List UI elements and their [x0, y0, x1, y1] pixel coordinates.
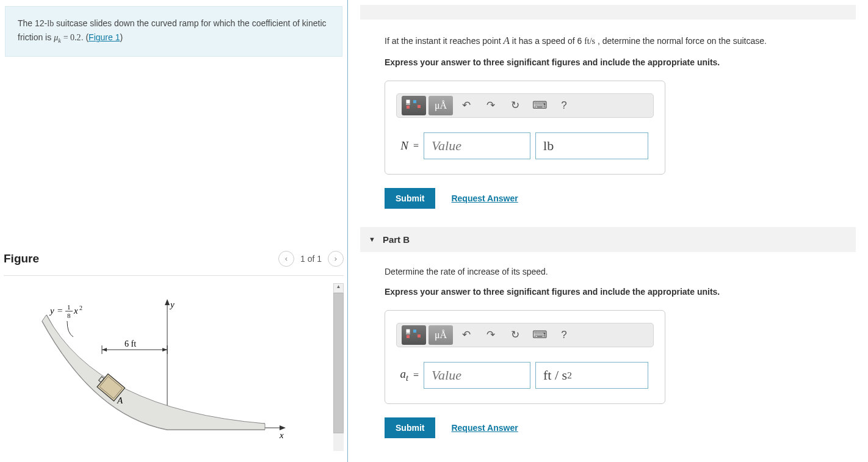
- part-b-answer-panel: μÅ ↶ ↷ ↻ ⌨ ? at = ft / s2: [385, 310, 665, 404]
- part-a-submit-button[interactable]: Submit: [385, 188, 435, 209]
- part-b-request-answer-link[interactable]: Request Answer: [451, 423, 518, 433]
- svg-rect-32: [418, 334, 421, 337]
- scroll-up-icon[interactable]: ▲: [333, 283, 344, 293]
- svg-text:y: y: [169, 300, 175, 309]
- units-button[interactable]: μÅ: [429, 325, 453, 345]
- scroll-thumb[interactable]: [333, 293, 344, 433]
- part-b-bar[interactable]: ▼ Part B: [360, 227, 856, 252]
- svg-rect-27: [418, 105, 421, 108]
- svg-text:=: =: [57, 306, 62, 316]
- part-a-bar: [360, 5, 856, 20]
- undo-icon[interactable]: ↶: [455, 96, 477, 115]
- part-b-body: Determine the rate of increase of its sp…: [360, 252, 856, 438]
- problem-unit: lb: [47, 19, 54, 28]
- svg-text:1: 1: [67, 303, 71, 311]
- part-b-title: Part B: [383, 234, 410, 245]
- part-a-question: If at the instant it reaches point A it …: [385, 33, 844, 49]
- svg-text:8: 8: [67, 312, 71, 319]
- undo-icon[interactable]: ↶: [455, 325, 477, 345]
- svg-rect-31: [413, 330, 416, 333]
- reset-icon[interactable]: ↻: [504, 325, 526, 345]
- figure-link[interactable]: Figure 1: [89, 32, 120, 42]
- part-b-question: Determine the rate of increase of its sp…: [385, 265, 844, 278]
- part-b-submit-button[interactable]: Submit: [385, 417, 435, 438]
- part-a-answer-panel: μÅ ↶ ↷ ↻ ⌨ ? N = lb: [385, 81, 665, 175]
- figure-scrollbar[interactable]: ▲: [333, 283, 344, 451]
- part-b-instruction: Express your answer to three significant…: [385, 287, 844, 297]
- svg-rect-24: [407, 106, 410, 109]
- svg-marker-21: [162, 348, 167, 352]
- figure-section: Figure ‹ 1 of 1 › y x: [0, 246, 347, 451]
- problem-text: . (: [81, 32, 89, 42]
- templates-button[interactable]: [402, 96, 426, 115]
- svg-text:A: A: [117, 395, 123, 405]
- part-b-unit-input[interactable]: ft / s2: [535, 362, 648, 389]
- reset-icon[interactable]: ↻: [504, 96, 526, 115]
- keyboard-icon[interactable]: ⌨: [529, 96, 551, 115]
- svg-rect-28: [407, 330, 410, 333]
- part-b-variable: at: [396, 367, 408, 383]
- collapse-icon[interactable]: ▼: [369, 236, 375, 243]
- svg-rect-26: [413, 100, 416, 103]
- figure-counter: 1 of 1: [300, 254, 322, 264]
- problem-statement: The 12-lb suitcase slides down the curve…: [5, 6, 342, 57]
- problem-text: ): [120, 32, 123, 42]
- part-b-value-input[interactable]: [424, 362, 530, 389]
- help-icon[interactable]: ?: [553, 325, 575, 345]
- redo-icon[interactable]: ↷: [480, 96, 502, 115]
- keyboard-icon[interactable]: ⌨: [529, 325, 551, 345]
- part-a-unit-input[interactable]: lb: [535, 132, 648, 159]
- templates-button[interactable]: [402, 325, 426, 345]
- units-button[interactable]: μÅ: [429, 96, 453, 115]
- right-pane: If at the instant it reaches point A it …: [348, 0, 868, 462]
- figure-prev-button[interactable]: ‹: [278, 251, 294, 267]
- svg-text:2: 2: [79, 305, 82, 311]
- part-a-value-input[interactable]: [424, 132, 530, 159]
- redo-icon[interactable]: ↷: [480, 325, 502, 345]
- svg-rect-23: [407, 100, 410, 103]
- svg-text:x: x: [279, 430, 284, 440]
- help-icon[interactable]: ?: [553, 96, 575, 115]
- svg-marker-2: [165, 299, 170, 305]
- answer-toolbar: μÅ ↶ ↷ ↻ ⌨ ?: [396, 93, 654, 118]
- problem-text: The 12-: [18, 18, 47, 28]
- svg-text:y: y: [49, 306, 54, 316]
- svg-text:6 ft: 6 ft: [125, 339, 136, 348]
- figure-diagram: y x A y: [4, 283, 333, 451]
- svg-text:x: x: [73, 306, 78, 316]
- part-a-instruction: Express your answer to three significant…: [385, 57, 844, 67]
- part-a-request-answer-link[interactable]: Request Answer: [451, 193, 518, 203]
- equals-sign: =: [413, 140, 419, 151]
- svg-marker-3: [280, 425, 286, 430]
- problem-mu: μk: [54, 33, 61, 42]
- figure-title: Figure: [4, 252, 39, 265]
- part-a-variable: N: [396, 139, 408, 153]
- equals-sign: =: [413, 370, 419, 381]
- part-a-body: If at the instant it reaches point A it …: [360, 20, 856, 209]
- problem-mu-val: = 0.2: [63, 33, 81, 42]
- figure-next-button[interactable]: ›: [328, 251, 344, 267]
- svg-rect-29: [407, 335, 410, 338]
- answer-toolbar: μÅ ↶ ↷ ↻ ⌨ ?: [396, 323, 654, 347]
- svg-marker-20: [102, 348, 107, 352]
- left-pane: The 12-lb suitcase slides down the curve…: [0, 0, 348, 462]
